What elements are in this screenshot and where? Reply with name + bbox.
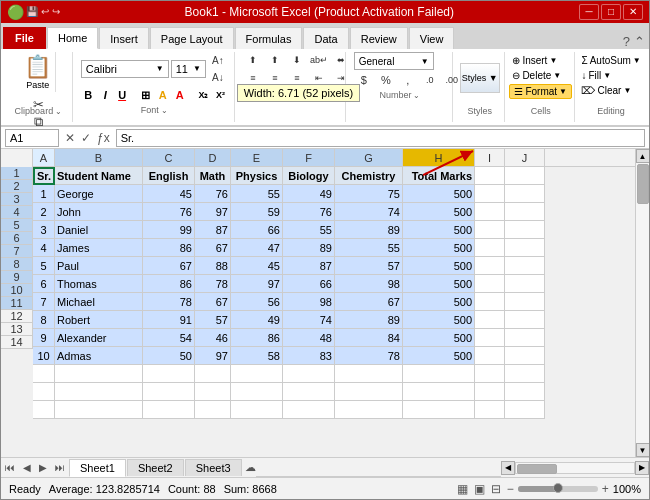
row-header-3[interactable]: 3 [1, 193, 33, 206]
col-header-e[interactable]: E [231, 149, 283, 167]
h-scroll-right-button[interactable]: ▶ [635, 461, 649, 475]
align-top-button[interactable]: ⬆ [243, 52, 263, 68]
increase-font-button[interactable]: A↑ [208, 52, 228, 68]
cell-i1[interactable] [475, 167, 505, 185]
sheet-nav-first[interactable]: ⏮ [1, 462, 19, 473]
view-normal-icon[interactable]: ▦ [457, 482, 468, 496]
col-header-g[interactable]: G [335, 149, 403, 167]
maximize-button[interactable]: □ [601, 4, 621, 20]
subscript-button[interactable]: X₂ [196, 87, 211, 103]
cell-h3[interactable]: 500 [403, 203, 475, 221]
row-header-11[interactable]: 11 [1, 297, 33, 310]
h-scroll-thumb[interactable] [517, 464, 557, 474]
col-header-f[interactable]: F [283, 149, 335, 167]
col-header-d[interactable]: D [195, 149, 231, 167]
cell-f2[interactable]: 49 [283, 185, 335, 203]
number-arrow[interactable]: ⌄ [413, 91, 420, 100]
cell-i2[interactable] [475, 185, 505, 203]
tab-page-layout[interactable]: Page Layout [150, 27, 234, 49]
paste-button[interactable]: 📋 Paste [20, 52, 56, 92]
tab-formulas[interactable]: Formulas [235, 27, 303, 49]
scroll-track[interactable] [636, 163, 650, 443]
tab-view[interactable]: View [409, 27, 455, 49]
sheet-tab-sheet3[interactable]: Sheet3 [185, 459, 242, 476]
confirm-formula-icon[interactable]: ✓ [79, 131, 93, 145]
cell-e1[interactable]: Physics [231, 167, 283, 185]
font-arrow[interactable]: ⌄ [161, 106, 168, 115]
clipboard-arrow[interactable]: ⌄ [55, 107, 62, 116]
sheet-nav-prev[interactable]: ◀ [19, 462, 35, 473]
cell-c3[interactable]: 76 [143, 203, 195, 221]
cell-j2[interactable] [505, 185, 545, 203]
sheet-tab-sheet2[interactable]: Sheet2 [127, 459, 184, 476]
row-header-1[interactable]: 1 [1, 167, 33, 180]
cell-j1[interactable] [505, 167, 545, 185]
underline-button[interactable]: U [115, 87, 130, 103]
h-scroll-track[interactable] [515, 462, 635, 474]
vertical-scrollbar[interactable]: ▲ ▼ [635, 149, 649, 457]
row-header-12[interactable]: 12 [1, 310, 33, 323]
decrease-decimal-button[interactable]: .0 [420, 72, 440, 88]
cell-e2[interactable]: 55 [231, 185, 283, 203]
cell-h1[interactable]: Total Marks [403, 167, 475, 185]
fill-button[interactable]: ↓ Fill ▼ [578, 69, 643, 82]
minimize-button[interactable]: ─ [579, 4, 599, 20]
scroll-up-button[interactable]: ▲ [636, 149, 650, 163]
zoom-in-icon[interactable]: + [602, 482, 609, 496]
align-middle-button[interactable]: ⬆ [265, 52, 285, 68]
cell-d3[interactable]: 97 [195, 203, 231, 221]
col-header-a[interactable]: A [33, 149, 55, 167]
col-header-c[interactable]: C [143, 149, 195, 167]
cell-c1[interactable]: English [143, 167, 195, 185]
tab-data[interactable]: Data [303, 27, 348, 49]
col-header-h[interactable]: H [403, 149, 475, 167]
row-header-6[interactable]: 6 [1, 232, 33, 245]
formula-input[interactable]: Sr. Width: 6.71 (52 pixels) [116, 129, 645, 147]
row-header-2[interactable]: 2 [1, 180, 33, 193]
insert-function-icon[interactable]: ƒx [95, 131, 112, 145]
zoom-out-icon[interactable]: − [507, 482, 514, 496]
zoom-thumb[interactable] [553, 483, 563, 493]
font-size-dropdown[interactable]: 11 ▼ [171, 60, 206, 78]
sheet-nav-last[interactable]: ⏭ [51, 462, 69, 473]
italic-button[interactable]: I [98, 87, 113, 103]
row-header-5[interactable]: 5 [1, 219, 33, 232]
view-pagebreak-icon[interactable]: ⊟ [491, 482, 501, 496]
tab-review[interactable]: Review [350, 27, 408, 49]
cell-d2[interactable]: 76 [195, 185, 231, 203]
cell-e3[interactable]: 59 [231, 203, 283, 221]
collapse-ribbon-icon[interactable]: ⌃ [634, 34, 645, 49]
col-header-b[interactable]: B [55, 149, 143, 167]
tab-home[interactable]: Home [47, 27, 98, 49]
cell-b1[interactable]: Student Name [55, 167, 143, 185]
cell-a2[interactable]: 1 [33, 185, 55, 203]
h-scroll-left-button[interactable]: ◀ [501, 461, 515, 475]
sheet-tab-sheet1[interactable]: Sheet1 [69, 459, 126, 477]
window-controls[interactable]: ─ □ ✕ [579, 4, 643, 20]
row-header-13[interactable]: 13 [1, 323, 33, 336]
tab-file[interactable]: File [3, 27, 46, 49]
format-cells-button[interactable]: ☰ Format ▼ [509, 84, 572, 99]
clear-button[interactable]: ⌦ Clear ▼ [578, 84, 643, 97]
row-header-9[interactable]: 9 [1, 271, 33, 284]
view-layout-icon[interactable]: ▣ [474, 482, 485, 496]
font-name-dropdown[interactable]: Calibri ▼ [81, 60, 169, 78]
cell-d1[interactable]: Math [195, 167, 231, 185]
cell-a3[interactable]: 2 [33, 203, 55, 221]
cell-b3[interactable]: John [55, 203, 143, 221]
cell-b4[interactable]: Daniel [55, 221, 143, 239]
zoom-track[interactable] [518, 486, 598, 492]
wrap-text-button[interactable]: ab↵ [309, 52, 329, 68]
scroll-down-button[interactable]: ▼ [636, 443, 650, 457]
cell-a4[interactable]: 3 [33, 221, 55, 239]
row-header-4[interactable]: 4 [1, 206, 33, 219]
insert-cells-button[interactable]: ⊕ Insert ▼ [509, 54, 572, 67]
superscript-button[interactable]: X² [213, 87, 228, 103]
row-header-10[interactable]: 10 [1, 284, 33, 297]
row-header-7[interactable]: 7 [1, 245, 33, 258]
cell-f3[interactable]: 76 [283, 203, 335, 221]
delete-cells-button[interactable]: ⊖ Delete ▼ [509, 69, 572, 82]
cell-styles-button[interactable]: Styles ▼ [460, 63, 500, 93]
cell-f1[interactable]: Biology [283, 167, 335, 185]
cell-a1[interactable]: Sr. [33, 167, 55, 185]
